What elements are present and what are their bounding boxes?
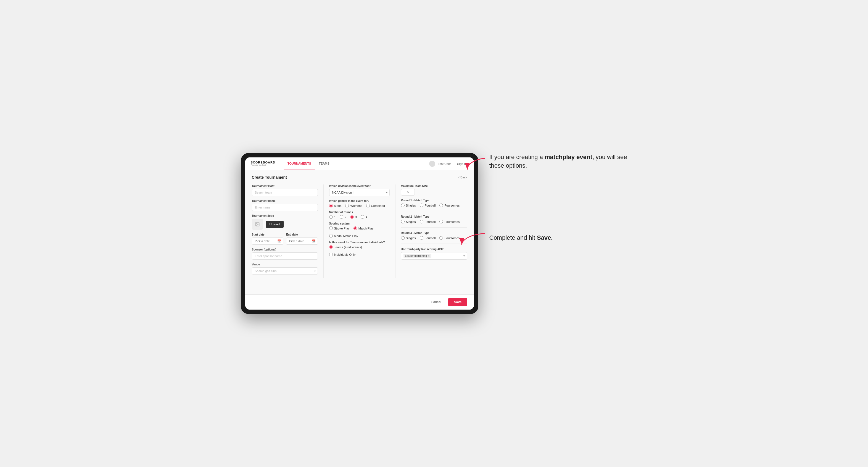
- round1-section: Round 1 - Match Type Singles Fourball: [401, 199, 467, 207]
- round1-foursomes[interactable]: Foursomes: [439, 204, 460, 207]
- gender-womens-label: Womens: [350, 204, 362, 208]
- rounds-1[interactable]: 1: [329, 215, 336, 219]
- round1-radio-group: Singles Fourball Foursomes: [401, 204, 467, 207]
- main-content: Create Tournament < Back Tournament Host…: [245, 170, 474, 294]
- round1-singles-label: Singles: [406, 204, 416, 207]
- round2-fourball-radio[interactable]: [420, 220, 423, 223]
- rounds-4-radio[interactable]: [361, 215, 364, 219]
- round2-singles-radio[interactable]: [401, 220, 405, 223]
- api-label: Use third-party live scoring API?: [401, 248, 467, 251]
- scoring-stroke-radio[interactable]: [329, 226, 333, 230]
- logo-placeholder: [252, 219, 263, 230]
- round2-foursomes-radio[interactable]: [439, 220, 443, 223]
- start-date-label: Start date: [252, 233, 284, 236]
- round3-singles-radio[interactable]: [401, 236, 405, 240]
- gender-womens[interactable]: Womens: [345, 204, 362, 208]
- tab-tournaments[interactable]: TOURNAMENTS: [284, 157, 315, 170]
- venue-input[interactable]: [252, 267, 318, 275]
- round2-foursomes-label: Foursomes: [444, 220, 460, 223]
- division-group: Which division is the event for? NCAA Di…: [329, 185, 390, 196]
- scoring-match[interactable]: Match Play: [353, 226, 373, 230]
- division-select-wrapper: NCAA Division I: [329, 189, 390, 196]
- round2-singles-label: Singles: [406, 220, 416, 223]
- round3-section: Round 3 - Match Type Singles Fourball: [401, 231, 467, 240]
- round2-foursomes[interactable]: Foursomes: [439, 220, 460, 223]
- scoring-match-radio[interactable]: [353, 226, 357, 230]
- api-tag-close[interactable]: ×: [428, 254, 430, 257]
- individuals-label-text: Individuals Only: [334, 253, 356, 256]
- rounds-radio-group: 1 2 3: [329, 215, 390, 219]
- rounds-2[interactable]: 2: [340, 215, 346, 219]
- individuals-option[interactable]: Individuals Only: [329, 253, 356, 256]
- round3-fourball-radio[interactable]: [420, 236, 423, 240]
- individuals-radio[interactable]: [329, 253, 333, 256]
- tournament-host-input[interactable]: [252, 189, 318, 196]
- rounds-1-radio[interactable]: [329, 215, 333, 219]
- round3-foursomes-radio[interactable]: [439, 236, 443, 240]
- round1-singles-radio[interactable]: [401, 204, 405, 207]
- round3-foursomes[interactable]: Foursomes: [439, 236, 460, 240]
- chevron-down-icon: ▾: [463, 254, 465, 257]
- gender-radio-group: Mens Womens Combined: [329, 204, 390, 208]
- max-team-size-label: Maximum Team Size: [401, 185, 467, 188]
- gender-label: Which gender is the event for?: [329, 199, 390, 203]
- scoring-medal-radio[interactable]: [329, 234, 333, 238]
- venue-group: Venue: [252, 263, 318, 275]
- api-tag-text: Leaderboard King: [405, 254, 427, 257]
- gender-combined-radio[interactable]: [366, 204, 370, 208]
- scoring-stroke[interactable]: Stroke Play: [329, 226, 350, 230]
- round1-fourball-radio[interactable]: [420, 204, 423, 207]
- save-button[interactable]: Save: [448, 298, 467, 306]
- tournament-logo-label: Tournament logo: [252, 214, 318, 217]
- teams-group: Is this event for Teams and/or Individua…: [329, 241, 390, 256]
- scoring-medal[interactable]: Medal Match Play: [329, 234, 358, 238]
- rounds-3[interactable]: 3: [350, 215, 357, 219]
- round1-fourball-label: Fourball: [425, 204, 436, 207]
- rounds-4[interactable]: 4: [361, 215, 367, 219]
- end-date-group: End date 📅: [286, 233, 318, 245]
- navbar-right: Test User | Sign out: [429, 161, 468, 167]
- gender-mens[interactable]: Mens: [329, 204, 342, 208]
- round1-label: Round 1 - Match Type: [401, 199, 467, 202]
- navbar-tabs: TOURNAMENTS TEAMS: [284, 157, 429, 170]
- round1-foursomes-label: Foursomes: [444, 204, 460, 207]
- round1-singles[interactable]: Singles: [401, 204, 416, 207]
- division-select[interactable]: NCAA Division I: [329, 189, 390, 196]
- sponsor-input[interactable]: [252, 252, 318, 259]
- start-date-group: Start date 📅: [252, 233, 284, 245]
- venue-label: Venue: [252, 263, 318, 266]
- upload-button[interactable]: Upload: [266, 221, 284, 228]
- back-link[interactable]: < Back: [458, 176, 467, 179]
- gender-womens-radio[interactable]: [345, 204, 349, 208]
- tab-teams[interactable]: TEAMS: [315, 157, 333, 170]
- gender-combined[interactable]: Combined: [366, 204, 385, 208]
- round1-foursomes-radio[interactable]: [439, 204, 443, 207]
- teams-radio[interactable]: [329, 245, 333, 249]
- rounds-label: Number of rounds: [329, 211, 390, 214]
- max-team-size-group: Maximum Team Size: [401, 185, 467, 195]
- gender-mens-radio[interactable]: [329, 204, 333, 208]
- round2-fourball[interactable]: Fourball: [420, 220, 436, 223]
- cancel-button[interactable]: Cancel: [426, 298, 445, 306]
- tournament-name-input[interactable]: [252, 204, 318, 211]
- teams-option[interactable]: Teams (+Individuals): [329, 245, 362, 249]
- round2-singles[interactable]: Singles: [401, 220, 416, 223]
- calendar-icon-end: 📅: [312, 240, 316, 243]
- annotations: If you are creating a matchplay event, y…: [489, 153, 627, 242]
- end-date-label: End date: [286, 233, 318, 236]
- rounds-3-label: 3: [355, 215, 357, 219]
- arrow-matchplay-icon: [465, 156, 487, 172]
- teams-label: Is this event for Teams and/or Individua…: [329, 241, 390, 244]
- rounds-3-radio[interactable]: [350, 215, 354, 219]
- scoring-group: Scoring system Stroke Play Match Play: [329, 222, 390, 238]
- round3-singles[interactable]: Singles: [401, 236, 416, 240]
- middle-column: Which division is the event for? NCAA Di…: [324, 185, 396, 278]
- max-team-size-input[interactable]: [401, 189, 415, 195]
- round3-fourball-label: Fourball: [425, 237, 436, 240]
- api-select-wrapper[interactable]: Leaderboard King × ▾: [401, 252, 467, 259]
- round1-fourball[interactable]: Fourball: [420, 204, 436, 207]
- rounds-2-radio[interactable]: [340, 215, 343, 219]
- round3-fourball[interactable]: Fourball: [420, 236, 436, 240]
- logo-upload-area: Upload: [252, 219, 318, 230]
- round2-radio-group: Singles Fourball Foursomes: [401, 220, 467, 223]
